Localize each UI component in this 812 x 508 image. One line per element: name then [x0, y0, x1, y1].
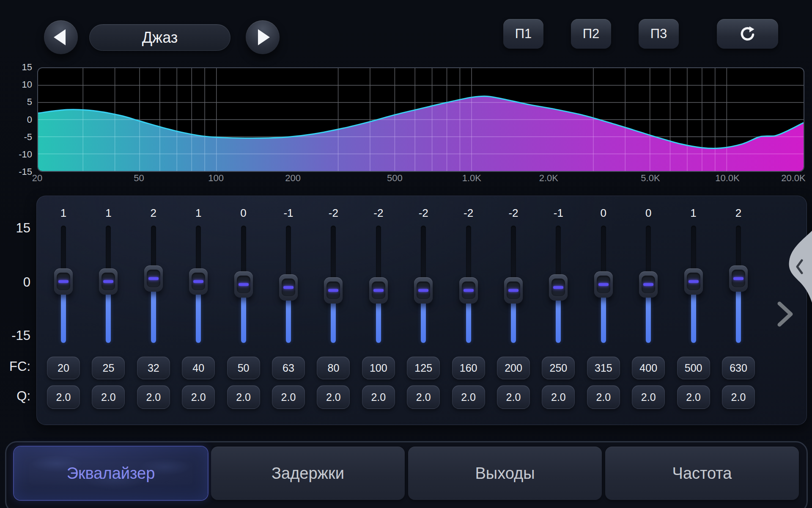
band-gain-value: 1	[671, 207, 716, 220]
right-triangle-icon	[258, 29, 270, 45]
band-slider-thumb[interactable]	[234, 271, 253, 298]
band-fc-chip[interactable]: 125	[407, 356, 440, 379]
thumb-dash-icon	[373, 289, 384, 292]
band-q-chip[interactable]: 2.0	[362, 385, 395, 409]
tab-эквалайзер[interactable]: Эквалайзер	[14, 447, 208, 500]
gain-scale-min: -15	[0, 329, 30, 343]
eq-band-25: 1252.0	[86, 196, 131, 425]
band-slider-thumb[interactable]	[549, 274, 568, 301]
fc-row-label: FC:	[0, 359, 30, 374]
reset-button[interactable]	[717, 19, 778, 49]
thumb-dash-icon	[328, 289, 338, 292]
band-fc-chip[interactable]: 500	[677, 356, 710, 379]
band-slider-thumb[interactable]	[684, 268, 703, 295]
db-tick-label: 15	[0, 62, 32, 73]
next-preset-button[interactable]	[246, 20, 280, 54]
memory-button-1[interactable]: П1	[503, 19, 543, 49]
band-fc-chip[interactable]: 20	[47, 356, 80, 379]
band-slider-thumb[interactable]	[189, 268, 208, 295]
band-q-chip[interactable]: 2.0	[272, 385, 305, 409]
band-fc-chip[interactable]: 80	[317, 356, 350, 379]
band-slider-thumb[interactable]	[414, 277, 433, 304]
thumb-grip	[642, 276, 655, 293]
freq-tick-label: 10.0K	[706, 173, 749, 184]
band-fc-chip[interactable]: 630	[722, 356, 755, 379]
band-q-chip[interactable]: 2.0	[182, 385, 215, 409]
band-q-chip[interactable]: 2.0	[542, 385, 575, 409]
thumb-grip	[57, 273, 70, 290]
band-slider-thumb[interactable]	[54, 268, 73, 295]
band-gain-value: 1	[86, 207, 131, 220]
prev-preset-button[interactable]	[44, 20, 78, 54]
band-fc-chip[interactable]: 32	[137, 356, 170, 379]
band-q-chip[interactable]: 2.0	[497, 385, 530, 409]
band-q-chip[interactable]: 2.0	[587, 385, 620, 409]
band-gain-value: 1	[176, 207, 221, 220]
band-gain-value: -1	[266, 207, 311, 220]
band-q-chip[interactable]: 2.0	[227, 385, 260, 409]
thumb-dash-icon	[58, 280, 69, 283]
next-bands-button[interactable]	[776, 301, 796, 328]
freq-tick-label: 50	[118, 173, 160, 184]
tab-задержки[interactable]: Задержки	[211, 447, 405, 500]
band-fc-chip[interactable]: 50	[227, 356, 260, 379]
freq-tick-label: 20	[16, 173, 58, 184]
band-slider-thumb[interactable]	[99, 268, 118, 295]
eq-band-63: -1632.0	[266, 196, 311, 425]
band-fc-chip[interactable]: 40	[182, 356, 215, 379]
band-gain-value: -2	[401, 207, 446, 220]
band-slider-thumb[interactable]	[144, 265, 163, 292]
band-q-chip[interactable]: 2.0	[632, 385, 665, 409]
band-fc-chip[interactable]: 315	[587, 356, 620, 379]
side-panel-flap[interactable]	[782, 231, 812, 303]
freq-tick-label: 20.0K	[772, 173, 812, 184]
eq-band-160: -21602.0	[446, 196, 491, 425]
eq-band-500: 15002.0	[671, 196, 716, 425]
thumb-grip	[507, 282, 520, 299]
db-tick-label: 0	[0, 114, 32, 125]
band-fc-chip[interactable]: 63	[272, 356, 305, 379]
preset-name: Джаз	[142, 29, 178, 47]
band-fc-chip[interactable]: 200	[497, 356, 530, 379]
band-fc-chip[interactable]: 160	[452, 356, 485, 379]
band-slider-thumb[interactable]	[729, 265, 748, 292]
band-slider-thumb[interactable]	[459, 277, 478, 304]
band-fc-chip[interactable]: 25	[92, 356, 125, 379]
band-q-chip[interactable]: 2.0	[722, 385, 755, 409]
bottom-tab-bar: ЭквалайзерЗадержкиВыходыЧастота	[5, 441, 808, 508]
band-gain-value: -1	[536, 207, 581, 220]
preset-selector[interactable]: Джаз	[89, 24, 230, 51]
band-q-chip[interactable]: 2.0	[452, 385, 485, 409]
band-fc-chip[interactable]: 400	[632, 356, 665, 379]
memory-button-2[interactable]: П2	[571, 19, 611, 49]
band-slider-thumb[interactable]	[279, 274, 298, 301]
band-q-chip[interactable]: 2.0	[407, 385, 440, 409]
freq-tick-label: 100	[195, 173, 237, 184]
db-tick-label: -10	[0, 149, 32, 160]
band-slider-thumb[interactable]	[504, 277, 523, 304]
band-q-chip[interactable]: 2.0	[92, 385, 125, 409]
band-slider-thumb[interactable]	[594, 271, 613, 298]
band-q-chip[interactable]: 2.0	[317, 385, 350, 409]
thumb-dash-icon	[418, 289, 428, 292]
band-slider-thumb[interactable]	[324, 277, 343, 304]
band-q-chip[interactable]: 2.0	[677, 385, 710, 409]
thumb-dash-icon	[283, 286, 294, 289]
band-gain-value: -2	[311, 207, 356, 220]
band-q-chip[interactable]: 2.0	[47, 385, 80, 409]
eq-band-400: 04002.0	[626, 196, 671, 425]
eq-band-630: 26302.0	[716, 196, 761, 425]
band-slider-thumb[interactable]	[639, 271, 658, 298]
band-fc-chip[interactable]: 100	[362, 356, 395, 379]
band-fc-chip[interactable]: 250	[542, 356, 575, 379]
band-q-chip[interactable]: 2.0	[137, 385, 170, 409]
memory-button-3[interactable]: П3	[639, 19, 679, 49]
thumb-grip	[237, 276, 250, 293]
band-slider-thumb[interactable]	[369, 277, 388, 304]
tab-частота[interactable]: Частота	[605, 447, 799, 500]
gain-scale-zero: 0	[0, 275, 30, 290]
thumb-grip	[102, 273, 115, 290]
tab-выходы[interactable]: Выходы	[408, 447, 602, 500]
freq-tick-label: 1.0K	[450, 173, 493, 184]
freq-tick-label: 200	[272, 173, 314, 184]
